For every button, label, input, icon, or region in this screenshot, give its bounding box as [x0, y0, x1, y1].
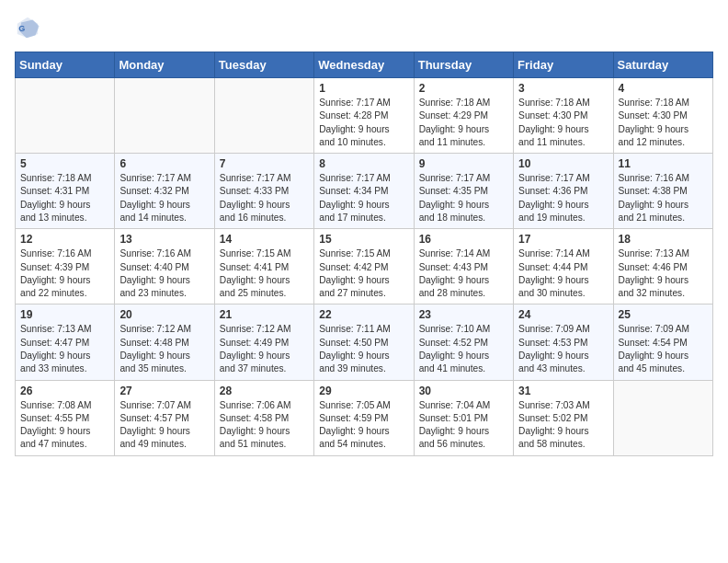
day-number: 10 [518, 157, 608, 170]
day-info: Sunrise: 7:09 AM Sunset: 4:53 PM Dayligh… [518, 323, 608, 375]
calendar-cell: 31Sunrise: 7:03 AM Sunset: 5:02 PM Dayli… [514, 380, 613, 455]
day-number: 4 [619, 82, 708, 95]
calendar-week-row: 19Sunrise: 7:13 AM Sunset: 4:47 PM Dayli… [16, 304, 713, 380]
day-info: Sunrise: 7:07 AM Sunset: 4:57 PM Dayligh… [119, 399, 209, 452]
day-number: 27 [119, 385, 209, 397]
header: G [15, 15, 713, 40]
day-number: 8 [319, 157, 408, 170]
weekday-header-tuesday: Tuesday [214, 52, 313, 78]
day-info: Sunrise: 7:03 AM Sunset: 5:02 PM Dayligh… [518, 399, 608, 452]
weekday-header-saturday: Saturday [613, 52, 712, 78]
weekday-header-monday: Monday [115, 52, 214, 78]
day-info: Sunrise: 7:06 AM Sunset: 4:58 PM Dayligh… [220, 399, 309, 452]
calendar-cell [214, 78, 313, 154]
calendar-cell: 16Sunrise: 7:14 AM Sunset: 4:43 PM Dayli… [414, 229, 513, 304]
day-number: 25 [619, 308, 708, 321]
day-info: Sunrise: 7:18 AM Sunset: 4:31 PM Dayligh… [20, 172, 109, 224]
calendar-cell: 17Sunrise: 7:14 AM Sunset: 4:44 PM Dayli… [514, 229, 613, 304]
weekday-header-wednesday: Wednesday [314, 52, 414, 78]
day-info: Sunrise: 7:05 AM Sunset: 4:59 PM Dayligh… [319, 399, 408, 452]
weekday-header-friday: Friday [514, 52, 613, 78]
day-number: 28 [220, 385, 309, 397]
calendar-cell: 13Sunrise: 7:16 AM Sunset: 4:40 PM Dayli… [115, 229, 214, 304]
day-number: 22 [319, 308, 408, 321]
day-info: Sunrise: 7:17 AM Sunset: 4:36 PM Dayligh… [518, 172, 608, 224]
day-number: 1 [319, 82, 408, 95]
day-number: 19 [20, 308, 109, 321]
day-info: Sunrise: 7:13 AM Sunset: 4:46 PM Dayligh… [619, 247, 708, 300]
calendar-cell: 14Sunrise: 7:15 AM Sunset: 4:41 PM Dayli… [214, 229, 313, 304]
day-number: 21 [220, 308, 309, 321]
day-number: 16 [419, 233, 508, 246]
calendar-cell: 18Sunrise: 7:13 AM Sunset: 4:46 PM Dayli… [613, 229, 712, 304]
calendar-cell: 29Sunrise: 7:05 AM Sunset: 4:59 PM Dayli… [314, 380, 414, 455]
day-info: Sunrise: 7:15 AM Sunset: 4:42 PM Dayligh… [319, 247, 408, 300]
calendar-cell: 25Sunrise: 7:09 AM Sunset: 4:54 PM Dayli… [613, 304, 712, 380]
day-info: Sunrise: 7:09 AM Sunset: 4:54 PM Dayligh… [619, 323, 708, 375]
calendar-cell: 21Sunrise: 7:12 AM Sunset: 4:49 PM Dayli… [214, 304, 313, 380]
calendar-week-row: 26Sunrise: 7:08 AM Sunset: 4:55 PM Dayli… [16, 380, 713, 455]
day-info: Sunrise: 7:10 AM Sunset: 4:52 PM Dayligh… [419, 323, 508, 375]
calendar-cell [613, 380, 712, 455]
calendar-cell: 5Sunrise: 7:18 AM Sunset: 4:31 PM Daylig… [16, 154, 115, 229]
calendar-cell: 26Sunrise: 7:08 AM Sunset: 4:55 PM Dayli… [16, 380, 115, 455]
day-number: 11 [619, 157, 708, 170]
day-info: Sunrise: 7:16 AM Sunset: 4:39 PM Dayligh… [20, 247, 109, 300]
day-number: 7 [220, 157, 309, 170]
calendar-cell: 2Sunrise: 7:18 AM Sunset: 4:29 PM Daylig… [414, 78, 513, 154]
calendar-cell: 19Sunrise: 7:13 AM Sunset: 4:47 PM Dayli… [16, 304, 115, 380]
logo: G [15, 15, 44, 40]
calendar-week-row: 5Sunrise: 7:18 AM Sunset: 4:31 PM Daylig… [16, 154, 713, 229]
day-number: 9 [419, 157, 508, 170]
day-info: Sunrise: 7:17 AM Sunset: 4:33 PM Dayligh… [220, 172, 309, 224]
calendar-cell: 23Sunrise: 7:10 AM Sunset: 4:52 PM Dayli… [414, 304, 513, 380]
calendar-week-row: 12Sunrise: 7:16 AM Sunset: 4:39 PM Dayli… [16, 229, 713, 304]
calendar-cell: 27Sunrise: 7:07 AM Sunset: 4:57 PM Dayli… [115, 380, 214, 455]
day-number: 23 [419, 308, 508, 321]
calendar-table: SundayMondayTuesdayWednesdayThursdayFrid… [15, 52, 713, 456]
calendar-cell: 7Sunrise: 7:17 AM Sunset: 4:33 PM Daylig… [214, 154, 313, 229]
calendar-cell: 28Sunrise: 7:06 AM Sunset: 4:58 PM Dayli… [214, 380, 313, 455]
day-number: 15 [319, 233, 408, 246]
calendar-cell: 12Sunrise: 7:16 AM Sunset: 4:39 PM Dayli… [16, 229, 115, 304]
day-number: 26 [20, 385, 109, 397]
day-number: 30 [419, 385, 508, 397]
logo-icon: G [15, 15, 40, 40]
day-info: Sunrise: 7:18 AM Sunset: 4:30 PM Dayligh… [619, 97, 708, 149]
calendar-cell: 3Sunrise: 7:18 AM Sunset: 4:30 PM Daylig… [514, 78, 613, 154]
day-info: Sunrise: 7:17 AM Sunset: 4:28 PM Dayligh… [319, 97, 408, 149]
day-info: Sunrise: 7:15 AM Sunset: 4:41 PM Dayligh… [220, 247, 309, 300]
day-info: Sunrise: 7:11 AM Sunset: 4:50 PM Dayligh… [319, 323, 408, 375]
day-number: 31 [518, 385, 608, 397]
calendar-cell: 30Sunrise: 7:04 AM Sunset: 5:01 PM Dayli… [414, 380, 513, 455]
calendar-cell: 10Sunrise: 7:17 AM Sunset: 4:36 PM Dayli… [514, 154, 613, 229]
day-info: Sunrise: 7:12 AM Sunset: 4:49 PM Dayligh… [220, 323, 309, 375]
svg-text:G: G [18, 24, 25, 33]
calendar-cell: 11Sunrise: 7:16 AM Sunset: 4:38 PM Dayli… [613, 154, 712, 229]
day-info: Sunrise: 7:08 AM Sunset: 4:55 PM Dayligh… [20, 399, 109, 452]
calendar-cell [115, 78, 214, 154]
day-info: Sunrise: 7:04 AM Sunset: 5:01 PM Dayligh… [419, 399, 508, 452]
day-number: 18 [619, 233, 708, 246]
day-number: 24 [518, 308, 608, 321]
day-number: 5 [20, 157, 109, 170]
day-info: Sunrise: 7:17 AM Sunset: 4:35 PM Dayligh… [419, 172, 508, 224]
day-number: 13 [119, 233, 209, 246]
calendar-cell: 6Sunrise: 7:17 AM Sunset: 4:32 PM Daylig… [115, 154, 214, 229]
day-number: 20 [119, 308, 209, 321]
calendar-cell: 20Sunrise: 7:12 AM Sunset: 4:48 PM Dayli… [115, 304, 214, 380]
calendar-cell: 4Sunrise: 7:18 AM Sunset: 4:30 PM Daylig… [613, 78, 712, 154]
calendar-cell: 1Sunrise: 7:17 AM Sunset: 4:28 PM Daylig… [314, 78, 414, 154]
calendar-cell [16, 78, 115, 154]
calendar-cell: 15Sunrise: 7:15 AM Sunset: 4:42 PM Dayli… [314, 229, 414, 304]
day-info: Sunrise: 7:17 AM Sunset: 4:32 PM Dayligh… [119, 172, 209, 224]
day-info: Sunrise: 7:18 AM Sunset: 4:30 PM Dayligh… [518, 97, 608, 149]
day-info: Sunrise: 7:13 AM Sunset: 4:47 PM Dayligh… [20, 323, 109, 375]
day-number: 3 [518, 82, 608, 95]
day-number: 14 [220, 233, 309, 246]
weekday-header-thursday: Thursday [414, 52, 513, 78]
day-number: 6 [119, 157, 209, 170]
day-number: 12 [20, 233, 109, 246]
calendar-cell: 24Sunrise: 7:09 AM Sunset: 4:53 PM Dayli… [514, 304, 613, 380]
day-info: Sunrise: 7:14 AM Sunset: 4:44 PM Dayligh… [518, 247, 608, 300]
